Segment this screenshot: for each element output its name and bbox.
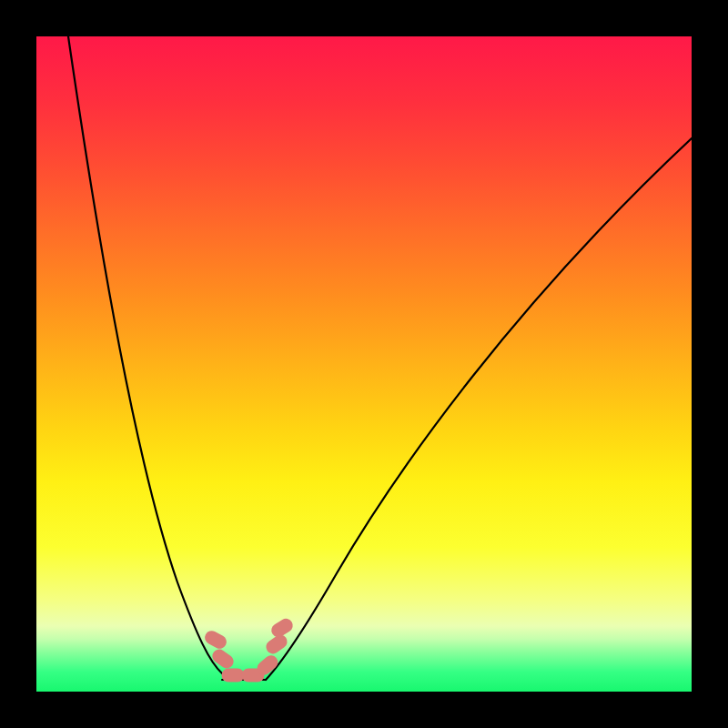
plot-area xyxy=(36,36,692,692)
curve-left xyxy=(68,36,237,680)
frame-border-right xyxy=(692,0,728,728)
curve-right xyxy=(266,138,692,680)
frame-border-top xyxy=(0,0,728,36)
bottleneck-curve xyxy=(36,36,692,692)
frame-border-left xyxy=(0,0,36,728)
chart-stage: TheBottleneck.com xyxy=(0,0,728,728)
frame-border-bottom xyxy=(0,692,728,728)
